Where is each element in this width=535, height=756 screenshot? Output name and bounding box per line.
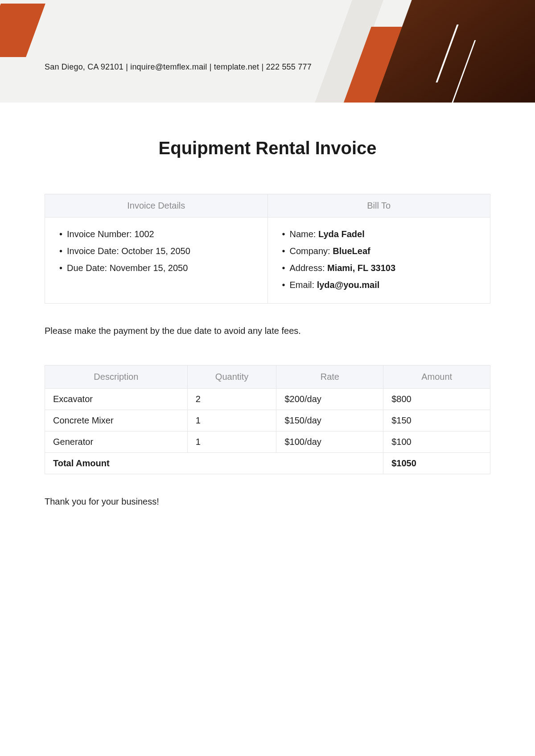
payment-note: Please make the payment by the due date … xyxy=(45,326,490,336)
item-description: Generator xyxy=(45,431,188,453)
header-contact-line: San Diego, CA 92101 | inquire@temflex.ma… xyxy=(45,62,312,72)
item-quantity: 2 xyxy=(187,389,276,410)
invoice-due-date: Due Date: November 15, 2050 xyxy=(59,259,257,276)
header-decoration xyxy=(370,0,535,103)
col-amount: Amount xyxy=(383,366,490,389)
total-label: Total Amount xyxy=(45,453,383,474)
document-body: Equipment Rental Invoice Invoice Details… xyxy=(0,103,535,534)
col-description: Description xyxy=(45,366,188,389)
table-row: Excavator 2 $200/day $800 xyxy=(45,389,490,410)
invoice-date: Invoice Date: October 15, 2050 xyxy=(59,242,257,259)
item-quantity: 1 xyxy=(187,431,276,453)
item-description: Concrete Mixer xyxy=(45,410,188,431)
item-rate: $200/day xyxy=(276,389,383,410)
bill-to-name: Name: Lyda Fadel xyxy=(282,226,480,242)
item-rate: $150/day xyxy=(276,410,383,431)
table-row: Generator 1 $100/day $100 xyxy=(45,431,490,453)
total-row: Total Amount $1050 xyxy=(45,453,490,474)
line-items-table: Description Quantity Rate Amount Excavat… xyxy=(45,365,490,474)
bill-to-company: Company: BlueLeaf xyxy=(282,242,480,259)
item-amount: $100 xyxy=(383,431,490,453)
item-amount: $800 xyxy=(383,389,490,410)
invoice-number: Invoice Number: 1002 xyxy=(59,226,257,242)
item-rate: $100/day xyxy=(276,431,383,453)
bill-to-address: Address: Miami, FL 33103 xyxy=(282,259,480,276)
item-amount: $150 xyxy=(383,410,490,431)
table-row: Concrete Mixer 1 $150/day $150 xyxy=(45,410,490,431)
page-title: Equipment Rental Invoice xyxy=(45,138,490,158)
item-quantity: 1 xyxy=(187,410,276,431)
document-header: San Diego, CA 92101 | inquire@temflex.ma… xyxy=(0,0,535,103)
bill-to-header: Bill To xyxy=(268,194,490,218)
col-rate: Rate xyxy=(276,366,383,389)
bill-to-email: Email: lyda@you.mail xyxy=(282,276,480,293)
item-description: Excavator xyxy=(45,389,188,410)
invoice-details-header: Invoice Details xyxy=(45,194,268,218)
thank-you-note: Thank you for your business! xyxy=(45,497,490,507)
bill-to-cell: Name: Lyda Fadel Company: BlueLeaf Addre… xyxy=(268,218,490,304)
invoice-details-cell: Invoice Number: 1002 Invoice Date: Octob… xyxy=(45,218,268,304)
header-decoration xyxy=(0,4,45,57)
invoice-details-table: Invoice Details Bill To Invoice Number: … xyxy=(45,194,490,304)
col-quantity: Quantity xyxy=(187,366,276,389)
total-amount: $1050 xyxy=(383,453,490,474)
